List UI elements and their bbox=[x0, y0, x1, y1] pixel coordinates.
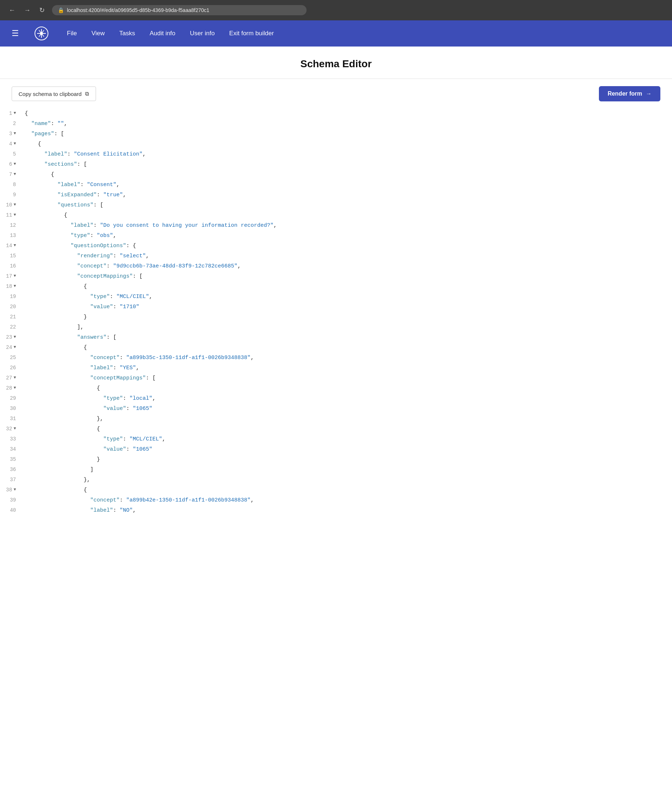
json-plain bbox=[25, 182, 58, 188]
render-form-button[interactable]: Render form → bbox=[599, 86, 660, 102]
page-header: Schema Editor bbox=[0, 47, 672, 79]
app-navbar: ☰ File View Tasks Audit info User info E… bbox=[0, 20, 672, 47]
line-number: 33 bbox=[0, 434, 22, 443]
json-string: "1065" bbox=[133, 446, 152, 452]
toolbar: Copy schema to clipboard ⧉ Render form → bbox=[0, 79, 672, 109]
fold-arrow[interactable]: ▼ bbox=[13, 161, 16, 167]
line-content: { bbox=[22, 139, 672, 149]
line-content: "value": "1065" bbox=[22, 444, 672, 455]
line-number: 28 ▼ bbox=[0, 383, 22, 392]
line-number: 4 ▼ bbox=[0, 139, 22, 148]
nav-audit-info[interactable]: Audit info bbox=[144, 27, 181, 40]
line-number: 6 ▼ bbox=[0, 160, 22, 168]
fold-arrow[interactable]: ▼ bbox=[13, 202, 16, 208]
json-plain: { bbox=[25, 172, 54, 178]
json-plain bbox=[25, 396, 103, 402]
fold-arrow[interactable]: ▼ bbox=[13, 141, 16, 147]
fold-arrow[interactable]: ▼ bbox=[13, 344, 16, 351]
code-line: 12 "label": "Do you consent to having yo… bbox=[0, 220, 672, 231]
fold-arrow[interactable]: ▼ bbox=[13, 375, 16, 381]
hamburger-button[interactable]: ☰ bbox=[9, 27, 22, 40]
json-key: "value" bbox=[103, 406, 126, 412]
fold-arrow[interactable]: ▼ bbox=[13, 212, 16, 219]
fold-arrow[interactable]: ▼ bbox=[13, 385, 16, 391]
nav-tasks[interactable]: Tasks bbox=[113, 27, 141, 40]
json-plain bbox=[25, 355, 90, 361]
fold-arrow[interactable]: ▼ bbox=[13, 242, 16, 249]
fold-arrow[interactable]: ▼ bbox=[13, 110, 16, 117]
app-logo-svg bbox=[34, 26, 49, 41]
line-content: "type": "MCL/CIEL", bbox=[22, 434, 672, 444]
line-content: } bbox=[22, 312, 672, 322]
nav-exit-form-builder[interactable]: Exit form builder bbox=[223, 27, 280, 40]
json-key: "concept" bbox=[77, 263, 107, 269]
back-button[interactable]: ← bbox=[6, 5, 18, 16]
json-plain: , bbox=[273, 222, 277, 228]
fold-arrow[interactable]: ▼ bbox=[13, 334, 16, 341]
code-line: 11 ▼ { bbox=[0, 210, 672, 220]
json-plain: { bbox=[25, 487, 87, 493]
json-string: "1710" bbox=[120, 304, 139, 310]
json-plain: , bbox=[123, 192, 126, 198]
line-number: 38 ▼ bbox=[0, 485, 22, 494]
code-line: 3 ▼ "pages": [ bbox=[0, 129, 672, 139]
json-key: "value" bbox=[103, 446, 126, 452]
json-plain: : { bbox=[126, 243, 136, 249]
json-plain: ] bbox=[25, 467, 94, 473]
line-number: 8 bbox=[0, 180, 22, 189]
line-number: 29 bbox=[0, 394, 22, 402]
code-line: 30 "value": "1065" bbox=[0, 404, 672, 414]
json-plain: , bbox=[143, 151, 146, 157]
code-line: 17 ▼ "conceptMappings": [ bbox=[0, 272, 672, 281]
fold-arrow[interactable]: ▼ bbox=[13, 273, 16, 280]
nav-view[interactable]: View bbox=[85, 27, 111, 40]
json-key: "pages" bbox=[31, 131, 54, 137]
json-key: "rendering" bbox=[77, 253, 113, 259]
fold-arrow[interactable]: ▼ bbox=[13, 283, 16, 290]
code-editor[interactable]: 1 ▼{2 "name": "",3 ▼ "pages": [4 ▼ {5 "l… bbox=[0, 109, 672, 516]
line-content: { bbox=[22, 170, 672, 180]
json-plain: , bbox=[251, 497, 254, 504]
json-plain bbox=[25, 436, 103, 442]
code-line: 21 } bbox=[0, 312, 672, 322]
json-plain bbox=[25, 202, 58, 208]
json-plain: , bbox=[136, 365, 139, 371]
line-content: "value": "1710" bbox=[22, 302, 672, 312]
json-plain bbox=[25, 406, 103, 412]
browser-chrome: ← → ↻ 🔒 localhost:4200/#/edit/a09695d5-d… bbox=[0, 0, 672, 20]
code-line: 1 ▼{ bbox=[0, 109, 672, 119]
json-plain: : bbox=[113, 365, 120, 371]
code-line: 26 "label": "YES", bbox=[0, 363, 672, 373]
json-plain: , bbox=[152, 396, 156, 402]
line-number: 21 bbox=[0, 312, 22, 321]
nav-file[interactable]: File bbox=[61, 27, 83, 40]
reload-button[interactable]: ↻ bbox=[36, 5, 48, 16]
code-line: 39 "concept": "a899b42e-1350-11df-a1f1-0… bbox=[0, 495, 672, 505]
line-content: ], bbox=[22, 322, 672, 333]
json-plain: { bbox=[25, 212, 67, 219]
json-plain: , bbox=[133, 507, 136, 513]
code-line: 29 "type": "local", bbox=[0, 394, 672, 404]
forward-button[interactable]: → bbox=[21, 5, 33, 16]
line-content: { bbox=[22, 485, 672, 495]
line-number: 17 ▼ bbox=[0, 272, 22, 280]
code-line: 23 ▼ "answers": [ bbox=[0, 333, 672, 343]
json-plain: : bbox=[120, 355, 126, 361]
address-bar[interactable]: 🔒 localhost:4200/#/edit/a09695d5-d85b-43… bbox=[52, 5, 307, 15]
fold-arrow[interactable]: ▼ bbox=[13, 425, 16, 432]
fold-arrow[interactable]: ▼ bbox=[13, 130, 16, 137]
browser-nav-buttons: ← → ↻ bbox=[6, 5, 48, 16]
line-content: { bbox=[22, 383, 672, 394]
line-number: 9 bbox=[0, 190, 22, 199]
line-number: 22 bbox=[0, 322, 22, 331]
json-plain: : bbox=[94, 222, 100, 228]
json-plain: : bbox=[110, 294, 116, 300]
json-plain: }, bbox=[25, 416, 103, 422]
json-plain bbox=[25, 497, 90, 504]
line-content: "concept": "9d9ccb6b-73ae-48dd-83f9-12c7… bbox=[22, 261, 672, 272]
fold-arrow[interactable]: ▼ bbox=[13, 171, 16, 178]
fold-arrow[interactable]: ▼ bbox=[13, 486, 16, 493]
copy-schema-button[interactable]: Copy schema to clipboard ⧉ bbox=[12, 86, 96, 101]
line-content: "answers": [ bbox=[22, 333, 672, 343]
nav-user-info[interactable]: User info bbox=[184, 27, 220, 40]
